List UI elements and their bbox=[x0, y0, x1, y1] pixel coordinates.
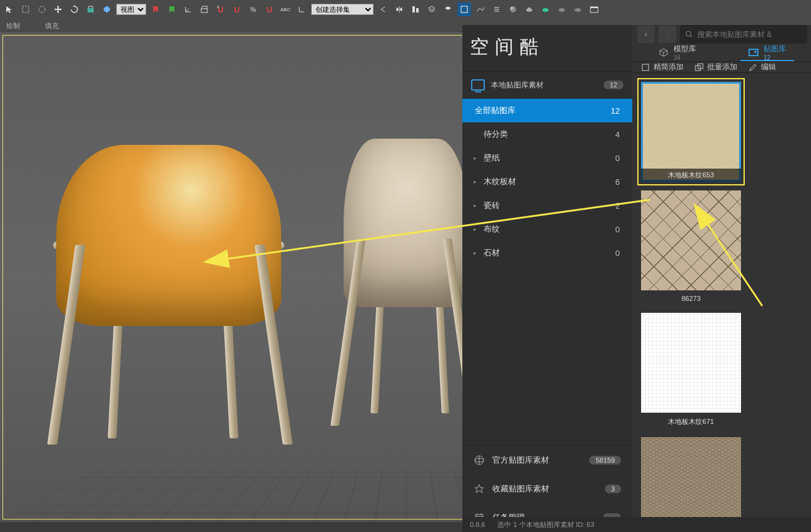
official-library[interactable]: 官方贴图库素材 58159 bbox=[462, 446, 632, 475]
chair-wood[interactable] bbox=[344, 139, 469, 307]
category-item[interactable]: ▸瓷砖2 bbox=[462, 194, 632, 217]
material-panel: 空间酷 本地贴图库素材 12 全部贴图库12待分类4▸壁纸0▸木纹板材6▸瓷砖2… bbox=[462, 25, 811, 532]
tab-model-library[interactable]: 模型库 34 bbox=[632, 44, 722, 61]
cube-icon bbox=[659, 47, 669, 57]
category-count: 4 bbox=[615, 130, 620, 139]
category-count: 0 bbox=[615, 225, 620, 234]
fill-label: 填充 bbox=[45, 21, 59, 31]
circle-marquee-icon[interactable] bbox=[35, 2, 49, 16]
category-label: 瓷砖 bbox=[484, 200, 500, 211]
category-list: 全部贴图库12待分类4▸壁纸0▸木纹板材6▸瓷砖2▸布纹0▸石材0 bbox=[462, 99, 632, 445]
favorites-library[interactable]: 收藏贴图库素材 3 bbox=[462, 475, 632, 503]
category-item[interactable]: 全部贴图库12 bbox=[462, 99, 632, 122]
svg-rect-18 bbox=[590, 7, 598, 8]
category-label: 石材 bbox=[484, 247, 500, 259]
bookmark-icon[interactable] bbox=[149, 2, 162, 16]
category-item[interactable]: ▸石材0 bbox=[462, 241, 632, 265]
search-input[interactable]: 搜索本地贴图库素材 & bbox=[680, 25, 807, 44]
caret-icon: ▸ bbox=[474, 202, 477, 209]
scale-icon[interactable] bbox=[84, 2, 97, 16]
layers2-icon[interactable] bbox=[441, 2, 455, 16]
layers-icon[interactable] bbox=[425, 2, 439, 16]
mirror-icon[interactable] bbox=[392, 2, 406, 16]
create-selection-set[interactable]: 创建选择集 bbox=[311, 4, 374, 15]
globe-outline-icon bbox=[474, 455, 485, 466]
svg-rect-7 bbox=[412, 6, 415, 12]
axis2-icon[interactable] bbox=[295, 2, 309, 16]
local-lib-count: 12 bbox=[604, 81, 624, 89]
svg-point-15 bbox=[559, 8, 565, 12]
status-message: 选中 1 个本地贴图库素材 ID: 63 bbox=[497, 520, 594, 530]
abc-icon[interactable]: ABC bbox=[279, 2, 292, 16]
material-thumbnail: 木地板木纹653 bbox=[641, 82, 741, 182]
category-label: 待分类 bbox=[484, 129, 508, 140]
svg-point-1 bbox=[39, 6, 45, 12]
library-tabs: 模型库 34 贴图库 12 bbox=[632, 44, 811, 62]
svg-point-11 bbox=[510, 7, 513, 9]
percent-icon[interactable]: % bbox=[246, 2, 260, 16]
svg-point-10 bbox=[510, 6, 516, 12]
tab-texture-library[interactable]: 贴图库 12 bbox=[722, 44, 811, 61]
panel-sidebar: 空间酷 本地贴图库素材 12 全部贴图库12待分类4▸壁纸0▸木纹板材6▸瓷砖2… bbox=[462, 25, 632, 532]
panel-title: 空间酷 bbox=[462, 25, 632, 72]
svg-rect-5 bbox=[201, 9, 207, 12]
category-item[interactable]: ▸布纹0 bbox=[462, 217, 632, 241]
local-lib-label: 本地贴图库素材 bbox=[491, 80, 544, 91]
category-item[interactable]: 待分类4 bbox=[462, 122, 632, 146]
simple-add-button[interactable]: 精简添加 bbox=[641, 62, 684, 72]
graph-icon[interactable] bbox=[474, 2, 487, 16]
teapot1-icon[interactable] bbox=[522, 2, 536, 16]
local-library-section[interactable]: 本地贴图库素材 12 bbox=[462, 72, 632, 99]
category-label: 木纹板材 bbox=[484, 176, 516, 187]
axis-icon[interactable] bbox=[181, 2, 195, 16]
edit-button[interactable]: 编辑 bbox=[749, 62, 776, 72]
caret-icon: ▸ bbox=[474, 155, 477, 161]
material-card[interactable]: 木地板木纹653 bbox=[641, 82, 741, 182]
star-icon bbox=[474, 483, 485, 495]
category-label: 全部贴图库 bbox=[475, 105, 515, 116]
search-icon bbox=[685, 30, 694, 39]
main-toolbar: 视图 3 % ABC 创建选择集 bbox=[0, 0, 811, 19]
sphere-icon[interactable] bbox=[506, 2, 520, 16]
magnet-angle-icon[interactable] bbox=[230, 2, 244, 16]
panel-header: ‹ › 搜索本地贴图库素材 & bbox=[632, 25, 811, 44]
chair-orange[interactable] bbox=[56, 145, 281, 326]
svg-rect-23 bbox=[642, 64, 649, 71]
view-select[interactable]: 视图 bbox=[116, 4, 146, 15]
align-icon[interactable] bbox=[409, 2, 422, 16]
category-label: 壁纸 bbox=[484, 152, 500, 164]
material-label: 木地板木纹653 bbox=[641, 169, 741, 182]
material-card[interactable]: 木地板木纹671 bbox=[641, 313, 741, 428]
category-item[interactable]: ▸壁纸0 bbox=[462, 146, 632, 170]
nav-forward-button[interactable]: › bbox=[659, 26, 676, 43]
arrow-left-icon[interactable] bbox=[376, 2, 390, 16]
batch-add-button[interactable]: 批量添加 bbox=[695, 62, 737, 72]
caret-icon: ▸ bbox=[474, 250, 477, 256]
squares-icon bbox=[695, 63, 704, 72]
panel-content: ‹ › 搜索本地贴图库素材 & 模型库 34 贴图库 12 bbox=[632, 25, 811, 532]
material-thumbnail bbox=[641, 313, 741, 413]
arrow-tool-icon[interactable] bbox=[2, 2, 16, 16]
bookmark2-icon[interactable] bbox=[165, 2, 179, 16]
panel-statusbar: 0.8.6 选中 1 个本地贴图库素材 ID: 63 bbox=[462, 517, 811, 532]
rotate-icon[interactable] bbox=[67, 2, 81, 16]
teapot4-icon[interactable] bbox=[571, 2, 585, 16]
category-item[interactable]: ▸木纹板材6 bbox=[462, 170, 632, 194]
category-count: 0 bbox=[615, 249, 620, 258]
list-icon[interactable] bbox=[490, 2, 504, 16]
teapot2-icon[interactable] bbox=[539, 2, 552, 16]
category-count: 6 bbox=[615, 177, 620, 187]
magnet3-icon[interactable]: 3 bbox=[214, 2, 227, 16]
grid-icon[interactable] bbox=[197, 2, 211, 16]
window-icon[interactable] bbox=[457, 2, 471, 16]
square-icon bbox=[641, 63, 650, 72]
globe-icon[interactable] bbox=[100, 2, 114, 16]
magnet-icon[interactable] bbox=[262, 2, 276, 16]
nav-back-button[interactable]: ‹ bbox=[637, 26, 655, 43]
teapot3-icon[interactable] bbox=[555, 2, 569, 16]
svg-point-14 bbox=[542, 8, 549, 12]
material-card[interactable]: 86273 bbox=[641, 190, 741, 304]
marquee-icon[interactable] bbox=[19, 2, 32, 16]
window2-icon[interactable] bbox=[587, 2, 601, 16]
move-icon[interactable] bbox=[51, 2, 65, 16]
